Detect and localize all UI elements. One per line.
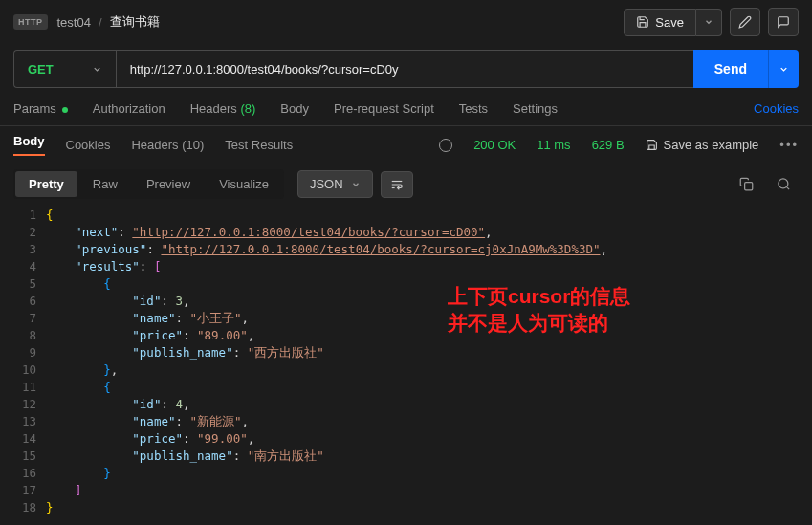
- save-button-group: Save: [624, 9, 722, 36]
- tab-settings[interactable]: Settings: [513, 101, 558, 116]
- breadcrumb-parent[interactable]: test04: [57, 15, 91, 30]
- status-code: 200 OK: [473, 138, 516, 152]
- language-selector[interactable]: JSON: [297, 170, 373, 198]
- method-selector[interactable]: GET: [13, 50, 116, 88]
- url-row: GET Send: [0, 44, 812, 101]
- tab-params[interactable]: Params: [13, 101, 68, 116]
- status-time: 11 ms: [537, 138, 570, 152]
- response-tabs: Body Cookies Headers (10) Test Results 2…: [0, 125, 812, 164]
- chevron-down-icon: [351, 180, 361, 189]
- svg-rect-2: [745, 183, 753, 190]
- params-dot-icon: [62, 107, 68, 113]
- breadcrumb-sep: /: [99, 15, 102, 30]
- code-content[interactable]: { "next": "http://127.0.0.1:8000/test04/…: [46, 205, 812, 518]
- more-menu[interactable]: •••: [779, 138, 799, 152]
- tab-tests[interactable]: Tests: [459, 101, 488, 116]
- search-button[interactable]: [769, 170, 799, 198]
- fmt-raw[interactable]: Raw: [79, 171, 131, 197]
- resp-tab-headers[interactable]: Headers (10): [131, 138, 204, 152]
- chevron-down-icon: [779, 64, 789, 75]
- save-as-example[interactable]: Save as example: [646, 138, 759, 152]
- save-label: Save: [655, 15, 684, 30]
- chevron-down-icon: [704, 17, 713, 27]
- search-icon: [777, 177, 791, 191]
- send-dropdown[interactable]: [768, 50, 799, 88]
- status-size: 629 B: [592, 138, 625, 152]
- globe-icon[interactable]: [439, 139, 452, 152]
- edit-button[interactable]: [730, 8, 760, 36]
- url-input[interactable]: [116, 50, 693, 88]
- tab-prerequest[interactable]: Pre-request Script: [334, 101, 434, 116]
- copy-button[interactable]: [732, 170, 761, 198]
- line-gutter: 123456789101112131415161718: [0, 205, 46, 518]
- tab-body[interactable]: Body: [280, 101, 309, 116]
- top-header: HTTP test04 / 查询书籍 Save: [0, 0, 812, 44]
- headers-count: (8): [240, 101, 255, 116]
- cookies-link[interactable]: Cookies: [754, 101, 799, 116]
- chevron-down-icon: [92, 64, 102, 75]
- annotation-overlay: 上下页cursor的信息 并不是人为可读的: [448, 283, 630, 337]
- format-row: Pretty Raw Preview Visualize JSON: [0, 164, 812, 205]
- resp-tab-body[interactable]: Body: [13, 134, 45, 156]
- format-tabs: Pretty Raw Preview Visualize: [13, 169, 284, 199]
- send-button[interactable]: Send: [693, 50, 768, 88]
- response-body: 123456789101112131415161718 { "next": "h…: [0, 205, 812, 524]
- wrap-lines-button[interactable]: [381, 171, 413, 198]
- breadcrumb-current: 查询书籍: [110, 13, 160, 31]
- fmt-pretty[interactable]: Pretty: [15, 171, 77, 197]
- resp-tab-testresults[interactable]: Test Results: [225, 138, 293, 152]
- comment-icon: [777, 15, 790, 29]
- save-button[interactable]: Save: [624, 9, 696, 36]
- tab-headers[interactable]: Headers (8): [190, 101, 256, 116]
- send-group: Send: [693, 50, 799, 88]
- save-dropdown[interactable]: [696, 9, 722, 36]
- header-actions: Save: [624, 8, 799, 36]
- save-icon: [646, 139, 658, 151]
- pencil-icon: [738, 15, 752, 29]
- svg-point-3: [779, 179, 788, 188]
- resp-tab-cookies[interactable]: Cookies: [66, 138, 111, 152]
- comment-button[interactable]: [768, 8, 799, 36]
- tab-authorization[interactable]: Authorization: [93, 101, 165, 116]
- fmt-preview[interactable]: Preview: [133, 171, 204, 197]
- svg-line-4: [786, 186, 789, 189]
- method-label: GET: [28, 62, 54, 77]
- http-badge: HTTP: [13, 14, 48, 30]
- copy-icon: [739, 177, 754, 191]
- request-tabs: Params Authorization Headers (8) Body Pr…: [0, 101, 812, 125]
- fmt-visualize[interactable]: Visualize: [206, 171, 282, 197]
- resp-headers-count: (10): [182, 138, 204, 152]
- wrap-icon: [390, 179, 404, 190]
- save-icon: [636, 15, 649, 29]
- breadcrumb: test04 / 查询书籍: [57, 13, 615, 31]
